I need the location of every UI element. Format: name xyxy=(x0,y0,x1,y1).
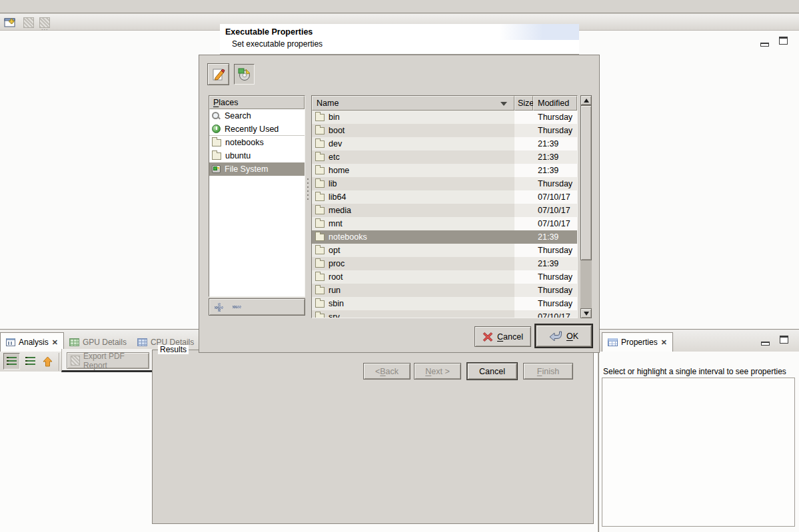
file-row[interactable]: home 21:39 xyxy=(312,164,577,177)
file-row[interactable]: boot Thursday xyxy=(312,124,577,137)
tab-properties[interactable]: Properties ✕ xyxy=(602,332,673,352)
file-row[interactable]: notebooks 21:39 xyxy=(312,230,577,244)
next-button[interactable]: Next > xyxy=(414,363,461,380)
add-place-icon[interactable] xyxy=(215,303,223,312)
application-window: { "menubar": { "items": [ {"label":"File… xyxy=(0,0,799,532)
menu-item[interactable] xyxy=(27,5,39,8)
minimize-icon[interactable] xyxy=(760,39,769,49)
places-header[interactable]: Places xyxy=(209,96,305,109)
maximize-icon[interactable] xyxy=(779,37,788,47)
folder-icon xyxy=(315,234,325,241)
file-list: bin Thursday boot Thursday dev xyxy=(312,111,577,318)
file-row[interactable]: lib Thursday xyxy=(312,177,577,190)
place-item[interactable]: Search xyxy=(209,109,305,123)
file-list-panel: Name Size Modified bin Thursday boot xyxy=(311,95,578,318)
column-header-name[interactable]: Name xyxy=(312,96,514,111)
folder-icon xyxy=(315,287,325,294)
place-item[interactable]: notebooks xyxy=(209,136,305,149)
file-row[interactable]: root Thursday xyxy=(312,270,577,284)
folder-icon xyxy=(315,300,325,308)
view-tab[interactable]: Analysis ✕ xyxy=(0,332,64,352)
file-row[interactable]: mnt 07/10/17 xyxy=(312,217,577,230)
file-row[interactable]: lib64 07/10/17 xyxy=(312,190,577,204)
export-pdf-icon xyxy=(71,356,80,366)
scrollbar-thumb[interactable] xyxy=(580,105,592,260)
new-session-button[interactable] xyxy=(3,16,19,29)
pane-splitter[interactable] xyxy=(307,178,309,201)
sort-descending-icon xyxy=(500,102,507,106)
menu-item[interactable] xyxy=(3,5,15,8)
file-row[interactable]: sbin Thursday xyxy=(312,297,577,310)
folder-icon xyxy=(315,114,325,121)
file-row[interactable]: opt Thursday xyxy=(312,244,577,257)
minimize-icon[interactable] xyxy=(761,338,770,348)
place-icon xyxy=(212,125,221,133)
folder-icon xyxy=(315,127,325,134)
segment-list-button[interactable] xyxy=(3,353,20,370)
file-list-header: Name Size Modified xyxy=(312,96,577,111)
scroll-down-icon[interactable] xyxy=(580,308,592,318)
up-arrow-icon xyxy=(43,356,53,367)
folder-icon xyxy=(315,207,325,214)
place-item[interactable]: ubuntu xyxy=(209,149,305,162)
column-header-size[interactable]: Size xyxy=(514,96,533,111)
menu-item[interactable] xyxy=(39,5,51,8)
file-row[interactable]: proc 21:39 xyxy=(312,257,577,270)
flat-list-button[interactable] xyxy=(22,353,39,370)
maximize-icon[interactable] xyxy=(780,336,788,346)
promote-button[interactable] xyxy=(39,353,56,370)
back-button[interactable]: < Back xyxy=(363,363,410,380)
table-icon xyxy=(608,338,618,346)
finish-button[interactable]: Finish xyxy=(523,363,573,380)
cancel-button[interactable]: Cancel xyxy=(474,326,531,347)
disabled-toolbar-button-1 xyxy=(21,16,37,29)
place-icon xyxy=(212,152,221,160)
file-row[interactable]: dev 21:39 xyxy=(312,137,577,150)
tab-icon xyxy=(137,338,147,346)
place-item[interactable]: File System xyxy=(209,162,305,176)
close-icon[interactable]: ✕ xyxy=(661,338,667,347)
toolbar-separator xyxy=(59,353,60,371)
file-list-scrollbar[interactable] xyxy=(580,95,592,318)
properties-hint: Select or highlight a single interval to… xyxy=(603,367,786,376)
folder-icon xyxy=(315,220,325,228)
wizard-cancel-button[interactable]: Cancel xyxy=(467,363,517,380)
folder-icon xyxy=(315,154,325,161)
folder-icon xyxy=(315,167,325,174)
places-list: Search Recently Used notebooks ubuntu Fi… xyxy=(209,109,305,176)
folder-icon xyxy=(315,274,325,281)
file-row[interactable]: bin Thursday xyxy=(312,111,577,124)
properties-view: Properties ✕ Select or highlight a singl… xyxy=(598,329,799,532)
wizard-title: Executable Properties xyxy=(225,27,313,37)
disabled-icon xyxy=(23,17,34,28)
place-icon xyxy=(212,165,221,173)
edit-pencil-icon xyxy=(211,67,226,82)
close-icon[interactable]: ✕ xyxy=(52,338,58,347)
scrollbar-trough[interactable] xyxy=(580,260,592,308)
file-row[interactable]: srv 07/10/17 xyxy=(312,310,577,318)
cancel-x-icon xyxy=(482,332,493,342)
tab-icon xyxy=(69,338,79,346)
export-pdf-button[interactable]: Export PDF Report xyxy=(67,352,149,369)
export-tab-strip: Export PDF Report xyxy=(61,349,153,372)
ok-button[interactable]: OK xyxy=(536,325,592,347)
scroll-up-icon[interactable] xyxy=(580,95,592,105)
browse-folders-button[interactable] xyxy=(234,64,255,85)
column-header-modified[interactable]: Modified xyxy=(533,96,577,111)
file-row[interactable]: etc 21:39 xyxy=(312,150,577,164)
tab-icon xyxy=(6,338,15,346)
wizard-header: Executable Properties Set executable pro… xyxy=(220,24,579,55)
list-view-icon xyxy=(7,357,17,366)
menu-item[interactable] xyxy=(15,5,27,8)
remove-place-icon[interactable] xyxy=(233,306,241,308)
file-row[interactable]: run Thursday xyxy=(312,284,577,297)
ok-return-arrow-icon xyxy=(549,331,562,341)
type-filename-button[interactable] xyxy=(207,63,229,85)
folder-icon xyxy=(315,194,325,201)
folder-icon xyxy=(315,260,325,268)
file-row[interactable]: media 07/10/17 xyxy=(312,204,577,217)
place-item[interactable]: Recently Used xyxy=(209,123,305,136)
menu-bar xyxy=(0,0,799,13)
folder-icon xyxy=(315,180,325,188)
place-icon xyxy=(212,112,221,121)
